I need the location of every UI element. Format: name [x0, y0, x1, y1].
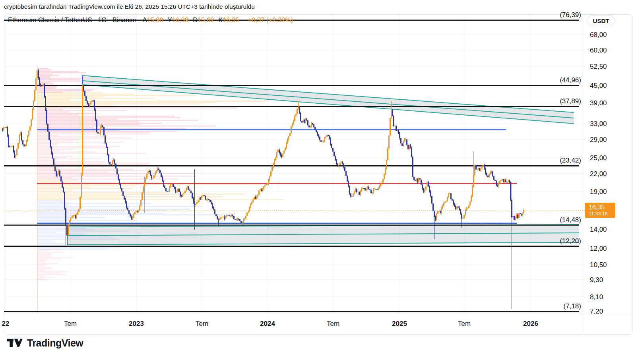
- tradingview-logo-text: TradingView: [27, 337, 83, 349]
- time-tick-label: Tem: [458, 320, 471, 327]
- symbol-title[interactable]: Ethereum Classic / TetherUS · 1G · Binan…: [8, 16, 136, 24]
- price-tick-label: 19,00: [590, 188, 607, 196]
- bar-countdown: 11:33:16: [589, 211, 615, 217]
- level-label: (37,89): [560, 97, 581, 105]
- level-label: (44,96): [560, 76, 581, 84]
- last-price-badge[interactable]: 16,35 11:33:16: [585, 203, 615, 218]
- tradingview-logo-icon: [6, 336, 23, 350]
- price-tick-label: 25,00: [590, 154, 607, 162]
- price-chart[interactable]: (76,39)(44,96)(37,89)(23,42)(14,48)(12,2…: [0, 0, 636, 364]
- symbol-legend[interactable]: Ethereum Classic / TetherUS · 1G · Binan…: [8, 16, 293, 24]
- price-tick-label: 10,50: [590, 261, 607, 269]
- time-tick-label: 22: [2, 320, 10, 327]
- time-tick-label: Tem: [64, 320, 77, 327]
- time-tick-label: 2024: [260, 320, 275, 327]
- ohlc-pair: K16,35: [218, 16, 239, 24]
- price-tick-label: 8,10: [590, 293, 603, 301]
- price-tick-label: 22,00: [590, 170, 607, 178]
- ohlc-pair: D15,82: [193, 16, 214, 24]
- last-price-value: 16,35: [589, 204, 615, 211]
- price-tick-label: 12,00: [590, 245, 607, 252]
- ohlc-pair: Y16,39: [168, 16, 188, 24]
- ohlc-pair: A15,98: [143, 16, 163, 24]
- price-tick-label: 7,20: [590, 308, 603, 315]
- currency-chip[interactable]: USDT: [588, 15, 615, 26]
- price-tick-label: 60,00: [590, 46, 607, 54]
- price-tick-label: 52,50: [590, 63, 607, 70]
- time-tick-label: 2025: [392, 320, 407, 327]
- price-tick-label: 45,00: [590, 82, 607, 89]
- level-label: (23,42): [560, 157, 581, 164]
- level-label: (14,48): [560, 216, 581, 224]
- change-value: +0,37 (+2,32%): [248, 16, 293, 24]
- price-tick-label: 33,00: [590, 120, 607, 128]
- time-tick-label: Tem: [327, 320, 339, 327]
- time-tick-label: 2023: [129, 320, 144, 327]
- page: { "attribution": "cryptobesim tarafından…: [0, 0, 636, 364]
- tradingview-logo[interactable]: TradingView: [6, 336, 83, 350]
- time-tick-label: 2026: [523, 320, 538, 327]
- price-tick-label: 68,00: [590, 31, 607, 39]
- level-label: (76,39): [560, 11, 581, 19]
- level-label: (7,18): [564, 302, 581, 310]
- ohlc-values: A15,98Y16,39D15,82K16,35+0,37 (+2,32%): [143, 16, 293, 24]
- level-label: (12,20): [560, 237, 581, 245]
- price-tick-label: 29,00: [590, 136, 607, 143]
- price-tick-label: 14,00: [590, 226, 607, 233]
- price-tick-label: 9,30: [590, 276, 603, 284]
- time-tick-label: Tem: [196, 320, 208, 327]
- price-tick-label: 39,00: [590, 99, 607, 107]
